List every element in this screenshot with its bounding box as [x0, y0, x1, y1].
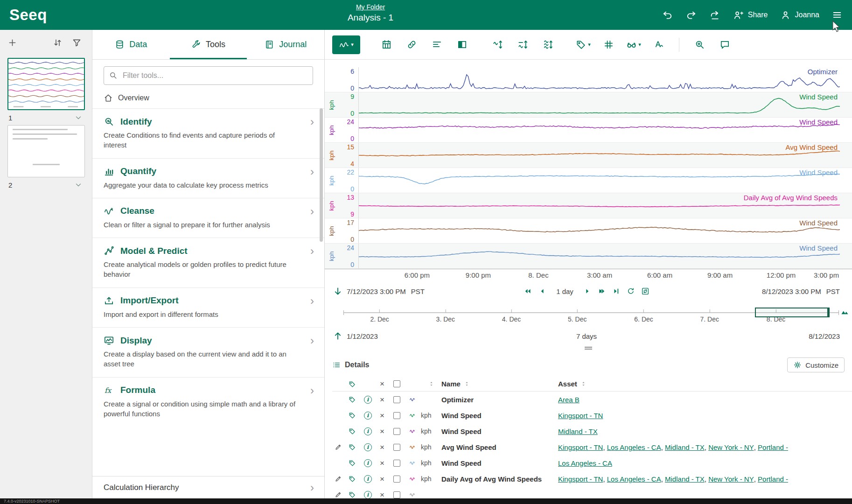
investigate-end[interactable]: 8/12/2023 — [809, 332, 840, 340]
worksheet-1-menu-chevron-icon[interactable] — [74, 113, 83, 122]
capsule-time-button[interactable]: ▾ — [624, 35, 643, 54]
signal-icon[interactable] — [408, 476, 417, 483]
asset-link[interactable]: Area B — [558, 396, 580, 404]
row-checkbox[interactable] — [393, 491, 400, 498]
row-checkbox[interactable] — [393, 428, 400, 435]
lane-y-axis[interactable]: kph240 — [325, 118, 358, 142]
asset-link[interactable]: Kingsport - TN — [558, 443, 603, 451]
tag-icon[interactable] — [349, 427, 356, 435]
tool-item-quantify[interactable]: QuantifyAggregate your data to calculate… — [92, 158, 324, 198]
cursors-button[interactable] — [649, 35, 668, 54]
asset-link[interactable]: Kingsport - TN — [558, 412, 603, 420]
step-back-full-icon[interactable] — [524, 287, 532, 295]
trend-lane-5[interactable]: kph220Wind Speed — [325, 168, 852, 193]
lane-label[interactable]: Wind Speed — [799, 219, 838, 227]
signal-icon[interactable] — [408, 428, 417, 435]
filter-tools-input[interactable] — [104, 66, 313, 85]
tag-icon[interactable] — [349, 491, 356, 498]
link-signals-button[interactable] — [402, 35, 421, 54]
lane-y-axis[interactable]: kph139 — [325, 193, 358, 218]
one-lane-button[interactable] — [488, 35, 507, 54]
signal-icon[interactable] — [408, 396, 417, 403]
share-button[interactable]: Share — [733, 10, 768, 21]
annotation-button[interactable] — [715, 35, 734, 54]
labels-dropdown-button[interactable]: ▾ — [574, 35, 593, 54]
remove-icon[interactable]: × — [380, 412, 384, 420]
trend-lane-3[interactable]: kph240Wind Speed — [325, 118, 852, 143]
compare-view-button[interactable] — [453, 35, 471, 54]
trend-lane-4[interactable]: kph154Avg Wind Speed — [325, 143, 852, 168]
undo-icon[interactable] — [662, 9, 673, 21]
lane-label[interactable]: Avg Wind Speed — [786, 143, 838, 151]
lane-plot[interactable]: Wind Speed — [358, 168, 840, 193]
investigate-start[interactable]: 1/12/2023 — [347, 332, 378, 340]
tab-journal[interactable]: Journal — [247, 30, 324, 59]
sort-worksheets-icon[interactable] — [53, 38, 63, 48]
lane-y-axis[interactable]: 60 — [325, 67, 358, 92]
sort-by-asset-icon[interactable] — [580, 381, 587, 387]
info-icon[interactable]: i — [364, 459, 372, 467]
table-view-button[interactable] — [377, 35, 396, 54]
asset-link[interactable]: New York - NY — [708, 443, 754, 451]
panel-resize-handle[interactable] — [585, 347, 592, 350]
worksheet-2-menu-chevron-icon[interactable] — [74, 181, 83, 189]
lane-plot[interactable]: Optimizer — [358, 67, 840, 92]
sort-by-name-icon[interactable] — [464, 381, 470, 387]
auto-update-icon[interactable] — [641, 287, 649, 295]
asset-link[interactable]: Kingsport - TN — [558, 475, 603, 483]
asset-link[interactable]: Portland - — [758, 443, 788, 451]
signal-icon[interactable] — [408, 412, 417, 419]
info-icon[interactable]: i — [364, 412, 372, 420]
lane-label[interactable]: Wind Speed — [799, 244, 838, 252]
custom-layout-button[interactable] — [538, 35, 557, 54]
trend-lane-2[interactable]: kph90Wind Speed — [325, 92, 852, 118]
lane-label[interactable]: Optimizer — [808, 68, 838, 76]
lane-y-axis[interactable]: kph154 — [325, 143, 358, 168]
lane-plot[interactable]: Avg Wind Speed — [358, 143, 840, 168]
range-icon[interactable] — [840, 308, 849, 315]
tool-item-display[interactable]: DisplayCreate a display based on the cur… — [92, 327, 324, 377]
lane-label[interactable]: Wind Speed — [799, 168, 838, 176]
row-checkbox[interactable] — [393, 412, 400, 419]
step-forward-half-icon[interactable] — [583, 287, 592, 295]
info-icon[interactable]: i — [364, 443, 372, 451]
remove-icon[interactable]: × — [380, 443, 384, 451]
lane-label[interactable]: Wind Speed — [799, 118, 838, 126]
hamburger-menu-icon[interactable] — [831, 10, 843, 20]
display-range-duration[interactable]: 1 day — [556, 287, 573, 295]
tag-icon[interactable] — [349, 412, 356, 419]
pencil-icon[interactable] — [335, 491, 342, 498]
info-icon[interactable]: i — [364, 427, 372, 435]
lane-plot[interactable]: Wind Speed — [358, 244, 840, 268]
display-range-start[interactable]: 7/12/2023 3:00 PM — [347, 287, 406, 295]
lane-plot[interactable]: Wind Speed — [358, 218, 840, 243]
redo-icon[interactable] — [685, 9, 697, 21]
lane-label[interactable]: Wind Speed — [799, 93, 838, 101]
lane-plot[interactable]: Wind Speed — [358, 92, 840, 117]
tab-tools[interactable]: Tools — [170, 30, 247, 59]
step-forward-full-icon[interactable] — [598, 287, 606, 295]
tool-item-cleanse[interactable]: CleanseClean or filter a signal to prepa… — [92, 198, 324, 238]
expand-range-start-icon[interactable] — [333, 287, 342, 296]
trend-lane-7[interactable]: kph170Wind Speed — [325, 218, 852, 244]
worksheet-thumbnail-1[interactable] — [7, 58, 85, 110]
gridlines-button[interactable] — [599, 35, 618, 54]
trend-lane-8[interactable]: kph240Wind Speed — [325, 244, 852, 269]
lane-y-axis[interactable]: kph240 — [325, 244, 358, 268]
lane-plot[interactable]: Wind Speed — [358, 118, 840, 142]
lane-y-axis[interactable]: kph220 — [325, 168, 358, 193]
row-checkbox[interactable] — [393, 476, 400, 483]
overview-selection[interactable] — [755, 308, 830, 317]
tools-scrollbar[interactable] — [320, 108, 323, 242]
filter-worksheets-icon[interactable] — [72, 38, 82, 48]
display-range-end[interactable]: 8/12/2023 3:00 PM — [762, 287, 821, 295]
row-checkbox[interactable] — [393, 444, 400, 451]
tag-icon[interactable] — [349, 396, 356, 403]
tool-item-formula[interactable]: fxFormulaCreate a signal or condition us… — [92, 377, 324, 427]
asset-link[interactable]: Portland - — [758, 475, 788, 483]
breadcrumb-my-folder[interactable]: My Folder — [348, 3, 393, 11]
trend-lane-1[interactable]: 60Optimizer — [325, 67, 852, 92]
step-to-now-icon[interactable] — [612, 287, 621, 295]
pencil-icon[interactable] — [335, 443, 342, 451]
lane-y-axis[interactable]: kph90 — [325, 92, 358, 117]
